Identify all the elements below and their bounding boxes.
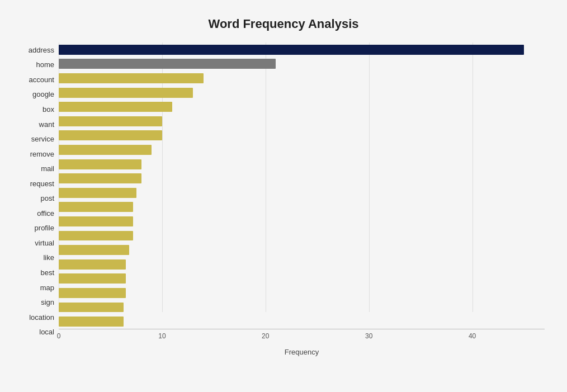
bar-row-want bbox=[59, 114, 545, 129]
bar-request bbox=[59, 173, 141, 183]
bar-map bbox=[59, 273, 126, 284]
bar-want bbox=[59, 116, 162, 126]
bar-profile bbox=[59, 216, 133, 226]
bar-row-map bbox=[59, 272, 545, 286]
bar-row-office bbox=[59, 200, 545, 215]
y-label-remove: remove bbox=[30, 150, 54, 158]
bar-row-local bbox=[59, 314, 545, 329]
bar-row-google bbox=[59, 86, 545, 100]
x-axis-label: Frequency bbox=[59, 348, 545, 356]
bar-row-virtual bbox=[59, 229, 545, 243]
y-label-post: post bbox=[40, 195, 54, 202]
y-label-mail: mail bbox=[41, 165, 54, 172]
bar-row-account bbox=[59, 71, 545, 86]
bar-box bbox=[59, 102, 172, 112]
y-label-box: box bbox=[42, 106, 54, 113]
bar-local bbox=[59, 317, 124, 327]
bar-row-home bbox=[59, 57, 545, 72]
bar-google bbox=[59, 88, 193, 98]
y-label-location: location bbox=[29, 314, 54, 321]
bar-best bbox=[59, 259, 126, 270]
chart-area: addresshomeaccountgoogleboxwantservicere… bbox=[22, 42, 545, 356]
bar-row-best bbox=[59, 257, 545, 272]
y-label-profile: profile bbox=[35, 224, 54, 232]
y-label-account: account bbox=[29, 76, 54, 83]
bar-virtual bbox=[59, 231, 133, 241]
bar-row-like bbox=[59, 243, 545, 257]
bar-row-remove bbox=[59, 143, 545, 157]
x-tick-20: 20 bbox=[262, 332, 269, 340]
bar-home bbox=[59, 59, 276, 69]
bars-wrapper bbox=[59, 42, 545, 329]
bars-section: 010203040 Frequency bbox=[59, 42, 545, 356]
y-label-request: request bbox=[30, 180, 54, 187]
bar-address bbox=[59, 45, 524, 55]
bar-like bbox=[59, 245, 129, 255]
x-axis: 010203040 bbox=[59, 329, 545, 346]
bar-row-service bbox=[59, 129, 545, 143]
bar-remove bbox=[59, 145, 152, 155]
y-labels: addresshomeaccountgoogleboxwantservicere… bbox=[22, 42, 59, 356]
y-label-map: map bbox=[40, 284, 54, 291]
bar-post bbox=[59, 188, 136, 198]
bar-mail bbox=[59, 159, 141, 169]
x-tick-30: 30 bbox=[365, 332, 372, 340]
y-label-home: home bbox=[36, 61, 54, 68]
x-tick-0: 0 bbox=[57, 332, 61, 340]
y-label-local: local bbox=[39, 328, 54, 336]
chart-title: Word Frequency Analysis bbox=[22, 17, 545, 31]
bar-row-mail bbox=[59, 157, 545, 172]
x-tick-40: 40 bbox=[469, 332, 476, 340]
bar-location bbox=[59, 303, 124, 313]
bar-row-address bbox=[59, 42, 545, 57]
y-label-google: google bbox=[32, 91, 54, 98]
y-label-virtual: virtual bbox=[35, 239, 54, 247]
y-label-office: office bbox=[37, 210, 54, 217]
bar-row-request bbox=[59, 171, 545, 186]
bar-row-box bbox=[59, 100, 545, 114]
chart-container: Word Frequency Analysis addresshomeaccou… bbox=[6, 6, 561, 392]
bar-account bbox=[59, 73, 204, 83]
bar-row-location bbox=[59, 300, 545, 315]
y-label-sign: sign bbox=[41, 299, 54, 306]
y-label-address: address bbox=[29, 46, 54, 54]
x-tick-10: 10 bbox=[158, 332, 166, 340]
y-label-like: like bbox=[43, 254, 54, 261]
bar-sign bbox=[59, 288, 126, 298]
bar-service bbox=[59, 130, 162, 140]
bar-row-post bbox=[59, 186, 545, 200]
y-label-service: service bbox=[31, 135, 54, 143]
y-label-best: best bbox=[40, 269, 54, 276]
bar-row-sign bbox=[59, 286, 545, 300]
bar-office bbox=[59, 202, 133, 212]
y-label-want: want bbox=[39, 121, 54, 128]
bar-row-profile bbox=[59, 214, 545, 229]
